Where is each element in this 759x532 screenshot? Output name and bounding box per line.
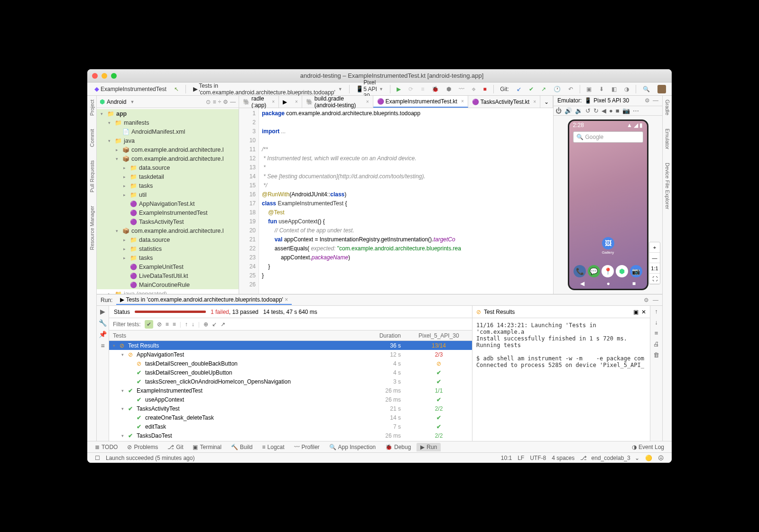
hide-icon[interactable]: —	[230, 99, 236, 105]
import-icon[interactable]: ⊕	[204, 321, 208, 328]
tree-node[interactable]: ▸📁tasks	[97, 253, 239, 262]
bottom-tab-run[interactable]: ▶Run	[417, 443, 441, 451]
rotate-right-icon[interactable]: ↻	[593, 107, 599, 114]
event-log-button[interactable]: ◑Event Log	[628, 443, 668, 451]
close-icon[interactable]: ✕	[641, 309, 646, 315]
emulator-screen[interactable]: 2:28▲ ◢ ▮ 🔍Google 🖼 Gallery 📞 💬 📍 ⬢	[568, 119, 648, 290]
close-icon[interactable]: ×	[533, 99, 536, 104]
bottom-tab-todo[interactable]: ≣TODO	[91, 443, 121, 451]
bottom-tab-app-inspection[interactable]: 🔍App Inspection	[325, 443, 380, 451]
tree-node[interactable]: ▾📁app	[97, 109, 239, 118]
tree-node[interactable]: ▾📁manifests	[97, 118, 239, 127]
close-icon[interactable]	[92, 73, 98, 79]
maximize-icon[interactable]	[111, 73, 117, 79]
tree-node[interactable]: ▸📁java (generated)	[97, 289, 239, 294]
attach-icon[interactable]: ⎆	[469, 85, 478, 93]
bottom-tab-logcat[interactable]: ≡Logcat	[259, 443, 288, 451]
zoom-out-icon[interactable]: —	[649, 253, 660, 263]
camera-app-icon[interactable]: 📷	[630, 265, 642, 277]
cursor-position[interactable]: 10:1	[501, 455, 512, 461]
inspection-icon[interactable]: 🟡	[645, 455, 652, 461]
pin-icon[interactable]: 📌	[99, 330, 107, 338]
hide-icon[interactable]: —	[653, 97, 658, 104]
power-icon[interactable]: ⏻	[555, 107, 562, 114]
git-rollback-icon[interactable]: ↶	[565, 85, 576, 93]
test-row[interactable]: ✔tasksScreen_clickOnAndroidHomeIcon_Open…	[109, 377, 472, 386]
tree-node[interactable]: ▾📦com.example.android.architecture.l	[97, 226, 239, 235]
back-icon[interactable]: ◀	[602, 107, 606, 114]
tree-node[interactable]: 🟣LiveDataTestUtil.kt	[97, 271, 239, 280]
console-output[interactable]: 11/16 14:23:21: Launching 'Tests in 'com…	[472, 318, 650, 441]
tree-node[interactable]: ▸📦com.example.android.architecture.l	[97, 145, 239, 154]
debug-icon[interactable]: 🐞	[429, 85, 442, 93]
git-branch[interactable]: ⎇ end_codelab_3 ⌄	[580, 455, 639, 461]
tree-node[interactable]: ▸📁util	[97, 190, 239, 199]
indent[interactable]: 4 spaces	[552, 455, 574, 461]
test-row[interactable]: ▾✔TasksDaoTest26 ms2/2	[109, 431, 472, 440]
git-commit-icon[interactable]: ✔	[526, 85, 537, 93]
toggle-auto-icon[interactable]: 🔧	[99, 319, 107, 327]
project-view-selector[interactable]: Android	[107, 99, 126, 105]
editor-tab[interactable]: ▶×	[279, 96, 302, 108]
more-tabs[interactable]: ⌄	[540, 96, 553, 108]
commit-tool-button[interactable]: Commit	[89, 127, 95, 149]
close-icon[interactable]: ×	[461, 99, 464, 104]
test-row[interactable]: ⊘taskDetailScreen_doubleBackButton4 s⊘	[109, 359, 472, 368]
editor-tab[interactable]: 🟣ExampleInstrumentedTest.kt×	[373, 96, 468, 108]
more-icon[interactable]: ⋯	[633, 107, 639, 114]
tree-node[interactable]: 🟣TasksActivityTest	[97, 217, 239, 226]
close-icon[interactable]: ×	[285, 296, 288, 303]
google-search-widget[interactable]: 🔍Google	[573, 131, 643, 143]
up-icon[interactable]: ↑	[655, 308, 658, 315]
test-row[interactable]: ✔useAppContext26 ms✔	[109, 395, 472, 404]
layout-icon[interactable]: ≡	[101, 342, 104, 349]
test-row[interactable]: ▾✔TasksActivityTest21 s2/2	[109, 404, 472, 413]
close-icon[interactable]: ×	[366, 99, 369, 104]
show-ignored-icon[interactable]: ⊘	[157, 321, 162, 328]
bottom-tab-profiler[interactable]: 〰Profiler	[290, 443, 324, 451]
coverage-icon[interactable]: ⬢	[444, 85, 454, 93]
run-config-tab[interactable]: ▶ Tests in 'com.example.android.architec…	[116, 295, 292, 305]
emulator-device[interactable]: 📱Pixel 5 API 30	[584, 97, 629, 104]
tree-node[interactable]: ▸📁data.source	[97, 235, 239, 244]
code-editor[interactable]: 1231011121314151617181920212223242526 pa…	[239, 108, 553, 294]
tree-node[interactable]: ▸📁tasks	[97, 181, 239, 190]
memory-icon[interactable]: ☹	[658, 455, 664, 461]
nav-overview-icon[interactable]: ■	[632, 280, 636, 287]
bottom-tab-build[interactable]: 🔨Build	[227, 443, 257, 451]
bottom-tab-problems[interactable]: ⊘Problems	[123, 443, 162, 451]
maps-app-icon[interactable]: 📍	[602, 265, 614, 277]
restore-icon[interactable]: ▣	[633, 309, 639, 315]
nav-back-icon[interactable]: ◀	[580, 280, 584, 287]
close-icon[interactable]: ×	[272, 99, 275, 104]
test-row[interactable]: ▾✔ExampleInstrumentedTest26 ms1/1	[109, 386, 472, 395]
show-passed-icon[interactable]: ✔	[145, 320, 153, 329]
zoom-in-icon[interactable]: +	[649, 242, 660, 253]
android-app-icon[interactable]: ⬢	[616, 265, 628, 277]
hide-icon[interactable]: —	[653, 297, 658, 303]
search-icon[interactable]: 🔍	[640, 85, 653, 93]
pull-requests-tool-button[interactable]: Pull Requests	[89, 158, 95, 194]
avatar[interactable]	[655, 84, 669, 94]
open-icon[interactable]: ↗	[221, 321, 225, 328]
editor-tab[interactable]: 🟣TasksActivityTest.kt×	[468, 96, 540, 108]
run-button[interactable]: ▶	[394, 85, 404, 93]
sdk-icon[interactable]: ⬇	[596, 85, 607, 93]
screenshot-icon[interactable]: 📷	[622, 107, 630, 114]
lock-icon[interactable]: ☐	[95, 455, 100, 461]
zoom-fit-icon[interactable]: ⛶	[649, 274, 660, 284]
apply-changes-icon[interactable]: ⟳	[406, 85, 416, 93]
tree-node[interactable]: 📄AndroidManifest.xml	[97, 127, 239, 136]
line-separator[interactable]: LF	[518, 455, 524, 461]
test-row[interactable]: ✔taskDetailScreen_doubleUpButton4 s✔	[109, 368, 472, 377]
test-row[interactable]: ▾⊘Test Results36 s13/14	[109, 341, 472, 350]
collapse-all-icon[interactable]: ÷	[218, 99, 221, 105]
resource-icon[interactable]: ◑	[621, 85, 632, 93]
tree-node[interactable]: 🟣AppNavigationTest.kt	[97, 199, 239, 208]
git-update-icon[interactable]: ↙	[514, 85, 524, 93]
rerun-icon[interactable]: ▶	[100, 308, 105, 315]
close-icon[interactable]: ×	[295, 99, 298, 104]
nav-home-icon[interactable]: ●	[607, 280, 610, 287]
overview-icon[interactable]: ■	[616, 107, 620, 114]
emulator-tool-button[interactable]: Emulator	[665, 127, 670, 151]
